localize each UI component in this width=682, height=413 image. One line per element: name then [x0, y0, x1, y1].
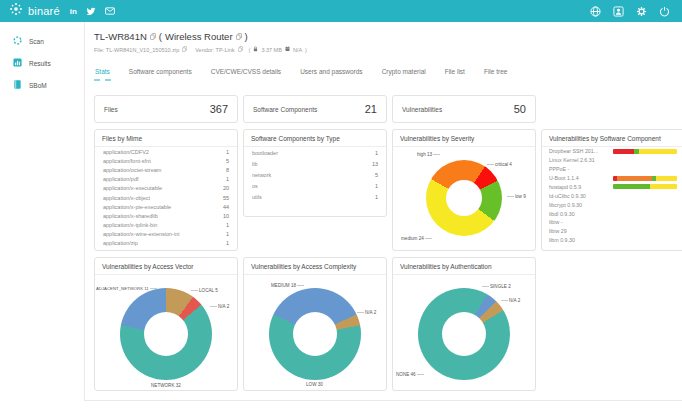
severity-bar: [613, 167, 677, 172]
linkedin-icon[interactable]: in: [70, 7, 77, 16]
chart-label: NETWORK 32: [151, 383, 181, 388]
card-title: Vulnerabilities by Software Component: [542, 130, 682, 147]
chart-label: low 9: [506, 194, 526, 199]
card-title: Vulnerabilities by Severity: [393, 130, 535, 147]
sidebar-item-label: Results: [29, 60, 51, 67]
table-row: bootloader1: [244, 147, 386, 158]
copy-icon[interactable]: [238, 46, 243, 53]
sidebar: Scan Results SBoM: [0, 22, 84, 413]
severity-bar: [613, 220, 677, 225]
component-row: U-Boot 1.1.4: [542, 174, 682, 183]
table-row: application/CDFV21: [95, 147, 237, 156]
tab-crypto-material[interactable]: Crypto material: [381, 66, 427, 81]
file-name: File: TL-WR841N_V10_150510.zip: [94, 47, 179, 53]
copy-icon[interactable]: [150, 31, 156, 42]
severity-bar: [613, 193, 677, 198]
tab-cve-cwe-cvss-details[interactable]: CVE/CWE/CVSS details: [210, 66, 282, 81]
donut-ring: [426, 160, 502, 236]
donut-ring: [120, 288, 212, 380]
sidebar-item-results[interactable]: Results: [0, 52, 84, 74]
chart-label: critical 4: [486, 162, 512, 167]
files-by-mime-card: Files by Mime application/CDFV21 applica…: [94, 129, 238, 251]
vulnerabilities-count: 50: [514, 103, 526, 115]
scan-icon: [13, 36, 22, 46]
severity-bar: [613, 184, 677, 189]
email-icon[interactable]: [105, 7, 115, 15]
sidebar-item-label: SBoM: [29, 82, 47, 89]
severity-bar: [613, 158, 677, 163]
card-label: Vulnerabilities: [402, 106, 442, 113]
sidebar-item-sbom[interactable]: SBoM: [0, 74, 84, 96]
profile-badge-icon[interactable]: [613, 6, 624, 17]
table-row: application/x-sharedlib10: [95, 211, 237, 220]
table-row: application/x-executable20: [95, 184, 237, 193]
tab-stats[interactable]: Stats: [94, 66, 111, 81]
donut-ring: [269, 288, 361, 380]
brand-logo[interactable]: binaré: [9, 2, 60, 20]
severity-bar: [613, 211, 677, 216]
settings-icon[interactable]: [636, 6, 647, 17]
card-title: Vulnerabilities by Access Vector: [95, 258, 237, 275]
table-row: os1: [244, 181, 386, 192]
table-row: network5: [244, 169, 386, 180]
chart-label: high 13: [417, 152, 441, 157]
power-icon[interactable]: [659, 6, 670, 17]
access-complexity-donut-chart: MEDIUM 18 N/A 2 LOW 30: [244, 275, 386, 391]
component-row: libiw 29: [542, 227, 682, 236]
severity-donut-chart: high 13 critical 4 low 9 medium 24: [393, 147, 535, 251]
chart-label: medium 24: [401, 236, 433, 241]
sidebar-item-label: Scan: [29, 38, 44, 45]
top-bar: binaré in: [0, 0, 682, 22]
table-row: application/octet-stream8: [95, 165, 237, 174]
firmware-name: TL-WR841N: [94, 31, 147, 42]
component-row: PPPoE -: [542, 165, 682, 174]
card-title: Software Components by Type: [244, 130, 386, 147]
chart-label: N/A 2: [500, 298, 520, 303]
tab-file-tree[interactable]: File tree: [483, 66, 508, 81]
component-row: libcrypt 0.9.30: [542, 200, 682, 209]
component-row: hostapd 0.5.9: [542, 183, 682, 192]
vulnerabilities-summary-card: Vulnerabilities 50: [392, 95, 536, 123]
copy-icon[interactable]: [236, 31, 242, 42]
components-count: 21: [365, 103, 377, 115]
sbom-icon: [13, 80, 22, 90]
vulnerabilities-by-severity-card: Vulnerabilities by Severity high 13 crit…: [392, 129, 536, 251]
table-row: application/x-wine-extension-ini1: [95, 230, 237, 239]
globe-icon[interactable]: [590, 6, 601, 17]
twitter-icon[interactable]: [86, 7, 96, 16]
table-row: application/x-pie-executable44: [95, 202, 237, 211]
card-title: Vulnerabilities by Authentication: [393, 258, 535, 275]
card-title: Vulnerabilities by Access Complexity: [244, 258, 386, 275]
copy-icon[interactable]: [182, 46, 187, 53]
device-type: Wireless Router: [165, 31, 233, 42]
table-row: lib13: [244, 158, 386, 169]
chart-label: ADJACENT_NETWORK 11: [96, 286, 158, 291]
table-row: application/x-tplink-bin1: [95, 221, 237, 230]
brand-name: binaré: [28, 5, 60, 17]
table-row: application/x-object55: [95, 193, 237, 202]
donut-ring: [418, 288, 510, 380]
severity-bar: [613, 149, 677, 154]
table-row: application/zip1: [95, 239, 237, 248]
vulnerabilities-by-component-card: Vulnerabilities by Software Component Dr…: [541, 129, 682, 251]
components-by-type-card: Software Components by Type bootloader1 …: [243, 129, 387, 217]
severity-bar: [613, 176, 677, 181]
vulnerabilities-by-authentication-card: Vulnerabilities by Authentication SINGLE…: [392, 257, 536, 391]
topbar-actions: [590, 6, 670, 17]
tab-users-and-passwords[interactable]: Users and passwords: [299, 66, 364, 81]
component-row: Linux Kernel 2.6.31: [542, 156, 682, 165]
severity-bar: [613, 229, 677, 234]
chart-label: MEDIUM 18: [271, 283, 305, 288]
vulnerabilities-by-access-complexity-card: Vulnerabilities by Access Complexity MED…: [243, 257, 387, 391]
component-row: Dropbear SSH 201...: [542, 147, 682, 156]
sidebar-item-scan[interactable]: Scan: [0, 30, 84, 52]
card-label: Files: [104, 106, 118, 113]
chart-label: LOW 30: [306, 382, 323, 387]
table-row: application/pdf1: [95, 175, 237, 184]
tab-file-list[interactable]: File list: [444, 66, 466, 81]
scan-meta: File: TL-WR841N_V10_150510.zip Vendor: T…: [94, 46, 682, 53]
binare-logo-icon: [9, 2, 23, 20]
tab-bar: Stats Software components CVE/CWE/CVSS d…: [94, 66, 682, 81]
component-row: libiw -: [542, 218, 682, 227]
tab-software-components[interactable]: Software components: [128, 66, 193, 81]
